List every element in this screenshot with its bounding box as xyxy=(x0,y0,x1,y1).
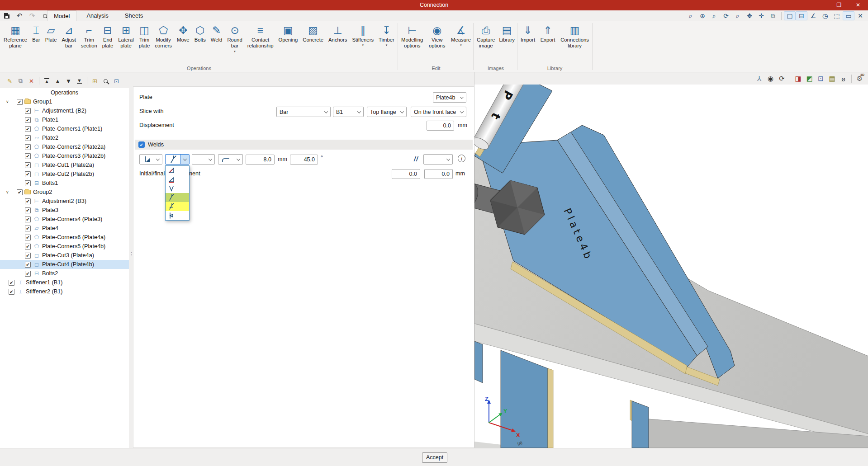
ribbon-button-stiffeners[interactable]: ∥Stiffeners▾ xyxy=(351,22,376,64)
tree-item-checkbox[interactable]: ✔ xyxy=(25,171,31,177)
weld-thickness-input[interactable]: 8.0 xyxy=(246,155,275,165)
welds-checkbox[interactable]: ✔ xyxy=(138,141,145,148)
tree-item-checkbox[interactable]: ✔ xyxy=(25,244,31,249)
weld-angle-input[interactable]: 45.0 xyxy=(290,155,318,165)
send-view-icon[interactable]: ⧉ xyxy=(767,11,779,20)
section-plane-icon[interactable]: ◨ xyxy=(792,74,804,84)
rotate-model-icon[interactable]: ⟳ xyxy=(776,74,787,84)
move-first-icon[interactable]: ▲ xyxy=(43,77,50,85)
weld-group-select[interactable] xyxy=(423,154,453,165)
ribbon-button-contact-relationship[interactable]: ≡Contact relationship xyxy=(246,22,275,64)
ribbon-button-adjust-bar[interactable]: ⊿Adjust bar xyxy=(60,22,78,64)
tree-item-group2[interactable]: ∨✔Group2 xyxy=(0,188,129,197)
tree-item-checkbox[interactable]: ✔ xyxy=(25,144,31,150)
weld-popup-item-6[interactable] xyxy=(166,211,189,220)
ribbon-button-end-plate[interactable]: ⊟End plate xyxy=(100,22,115,64)
tree-item-plate-corners2-plate2a-[interactable]: ✔⬠Plate-Corners2 (Plate2a) xyxy=(0,142,129,151)
tree-item-plate4[interactable]: ✔▱Plate4 xyxy=(0,224,129,233)
initial-displacement-input[interactable]: 0.0 xyxy=(392,169,420,179)
edit-operation-icon[interactable]: ✎ xyxy=(6,77,13,85)
tree-item-checkbox[interactable]: ✔ xyxy=(25,262,31,268)
ribbon-button-trim-plate[interactable]: ◫Trim plate xyxy=(137,22,152,64)
ribbon-button-plate[interactable]: ▱Plate xyxy=(43,22,59,64)
orbit-view-icon[interactable]: ◉ xyxy=(765,74,776,84)
tree-item-plate2[interactable]: ✔▱Plate2 xyxy=(0,133,129,142)
zoom-previous-icon[interactable]: ⌕ xyxy=(685,11,697,20)
ribbon-button-modify-corners[interactable]: ⬠Modify corners xyxy=(153,22,174,64)
tab-model[interactable]: Model xyxy=(47,10,76,21)
tree-item-plate-corners5-plate4b-[interactable]: ✔⬠Plate-Corners5 (Plate4b) xyxy=(0,242,129,251)
redraw-icon[interactable]: ⟳ xyxy=(720,11,732,20)
zoom-2x-icon[interactable]: ⌕ xyxy=(708,11,720,20)
ribbon-button-import[interactable]: ⇓Import xyxy=(519,22,537,64)
dimensions-icon[interactable]: ⊟ xyxy=(796,11,807,20)
tree-item-checkbox[interactable]: ✔ xyxy=(25,207,31,213)
redo-icon[interactable]: ↷ xyxy=(28,12,36,20)
slice-part-select[interactable]: Top flange xyxy=(367,107,407,117)
tree-item-adjustment1-b2-[interactable]: ✔⊢Adjustment1 (B2) xyxy=(0,106,129,115)
comment-icon[interactable]: ▭ xyxy=(843,11,854,20)
ribbon-button-connections-library[interactable]: ▥Connections library xyxy=(559,22,591,64)
weld-side-select[interactable] xyxy=(139,154,162,165)
accept-button[interactable]: Accept xyxy=(422,452,447,463)
ribbon-button-concrete[interactable]: ▨Concrete xyxy=(301,22,325,64)
undo-icon[interactable]: ↶ xyxy=(15,12,24,20)
plate-select[interactable]: Plate4b xyxy=(433,92,466,103)
copy-operation-icon[interactable]: ⧉ xyxy=(17,77,24,85)
final-displacement-input[interactable]: 0.0 xyxy=(424,169,453,179)
expand-box-icon[interactable]: ⊡ xyxy=(113,77,120,85)
tree-item-plate3[interactable]: ✔⧉Plate3 xyxy=(0,206,129,215)
ribbon-button-anchors[interactable]: ⊥Anchors xyxy=(327,22,349,64)
move-down-icon[interactable]: ▼ xyxy=(65,77,72,85)
ribbon-button-round-bar[interactable]: ⊙Round bar▾ xyxy=(225,22,244,64)
hide-items-icon[interactable]: ø xyxy=(838,74,849,84)
restore-window-icon[interactable]: ❐ xyxy=(831,0,847,10)
weld-popup-item-1[interactable] xyxy=(166,166,189,175)
tree-item-plate-cut3-plate4a-[interactable]: ✔◻Plate-Cut3 (Plate4a) xyxy=(0,251,129,260)
tree-item-checkbox[interactable]: ✔ xyxy=(17,99,23,105)
tree-expand-icon[interactable]: ∨ xyxy=(6,99,9,104)
ribbon-button-capture-image[interactable]: ⎙Capture image xyxy=(475,22,497,64)
weld-type-select[interactable] xyxy=(165,154,190,165)
group-tree-icon[interactable]: ⊞ xyxy=(91,77,98,85)
tree-item-checkbox[interactable]: ✔ xyxy=(25,235,31,240)
tree-item-checkbox[interactable]: ✔ xyxy=(25,126,31,132)
tree-item-checkbox[interactable]: ✔ xyxy=(25,135,31,141)
tree-item-plate-corners6-plate4a-[interactable]: ✔⬠Plate-Corners6 (Plate4a) xyxy=(0,233,129,242)
tools-icon[interactable]: ✕ xyxy=(854,11,866,20)
ribbon-button-timber[interactable]: ↧Timber▾ xyxy=(377,22,396,64)
ribbon-button-move[interactable]: ✥Move xyxy=(175,22,191,64)
displacement-input[interactable]: 0.0 xyxy=(427,121,454,131)
slice-face-select[interactable]: On the front face xyxy=(411,107,466,117)
panel-splitter[interactable]: ⋮ xyxy=(129,253,133,255)
tree-item-checkbox[interactable]: ✔ xyxy=(9,280,14,286)
angle-icon[interactable]: ∠ xyxy=(807,11,819,20)
tree-item-plate-cut2-plate2b-[interactable]: ✔◻Plate-Cut2 (Plate2b) xyxy=(0,169,129,179)
tree-item-plate-cut4-plate4b-[interactable]: ✔◻Plate-Cut4 (Plate4b) xyxy=(0,260,129,269)
render-settings-icon[interactable]: ⚙3D xyxy=(854,74,865,84)
tree-item-plate-corners1-plate1-[interactable]: ✔⬠Plate-Corners1 (Plate1) xyxy=(0,124,129,133)
weld-contour-select[interactable] xyxy=(218,154,243,165)
tree-item-stiffener2-b1-[interactable]: ✔⌶Stiffener2 (B1) xyxy=(0,287,129,296)
3d-scene[interactable]: Plate4b P t xyxy=(474,85,868,448)
tree-item-checkbox[interactable]: ✔ xyxy=(25,271,31,277)
navigate-icon[interactable]: ✛ xyxy=(755,11,767,20)
tree-item-plate-corners4-plate3-[interactable]: ✔⬠Plate-Corners4 (Plate3) xyxy=(0,215,129,224)
tree-item-plate1[interactable]: ✔⧉Plate1 xyxy=(0,115,129,124)
tree-item-checkbox[interactable]: ✔ xyxy=(25,253,31,259)
tree-item-checkbox[interactable]: ✔ xyxy=(9,289,14,295)
delete-operation-icon[interactable]: ✕ xyxy=(28,77,35,85)
ribbon-button-view-options[interactable]: ◉View options xyxy=(427,22,447,64)
tree-item-stiffener1-b1-[interactable]: ✔⌶Stiffener1 (B1) xyxy=(0,278,129,287)
tree-item-bolts2[interactable]: ✔⊟Bolts2 xyxy=(0,269,129,278)
slice-member-select[interactable]: B1 xyxy=(333,107,364,117)
ribbon-button-trim-section[interactable]: ⌐Trim section xyxy=(79,22,99,64)
tab-analysis[interactable]: Analysis xyxy=(80,10,114,21)
tree-item-checkbox[interactable]: ✔ xyxy=(25,217,31,222)
weld-type-dropdown-button[interactable] xyxy=(180,155,189,164)
weld-info-icon[interactable]: i xyxy=(458,155,465,162)
tree-item-checkbox[interactable]: ✔ xyxy=(25,108,31,114)
layers-view-icon[interactable]: ▤ xyxy=(826,74,838,84)
move-last-icon[interactable]: ▼ xyxy=(76,77,83,85)
ribbon-button-modelling-options[interactable]: ⊢Modelling options xyxy=(399,22,425,64)
